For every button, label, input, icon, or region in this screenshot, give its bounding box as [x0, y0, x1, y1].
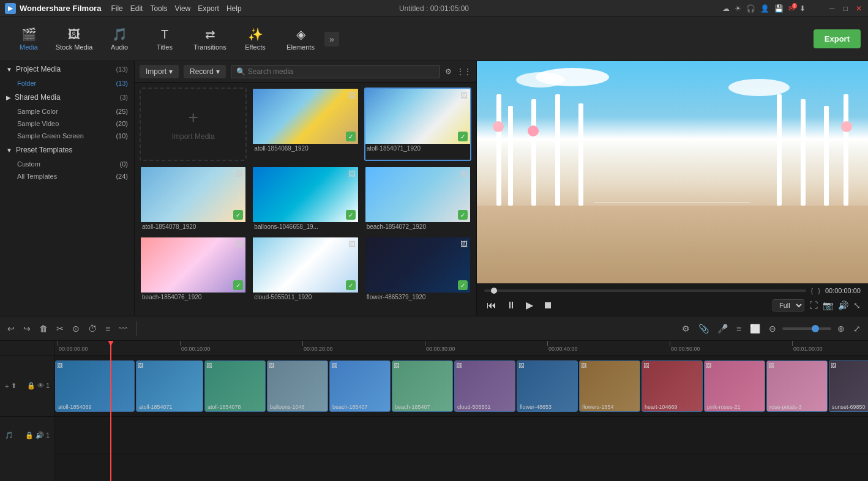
media-thumb-6[interactable]: 🖼 ✓ beach-1854076_1920	[140, 236, 247, 302]
export-button[interactable]: Export	[814, 29, 861, 48]
media-thumb-3[interactable]: 🖼 ✓ atoll-1854078_1920	[140, 166, 247, 231]
crop-timeline-button[interactable]: ⏱	[86, 321, 99, 336]
speed-button[interactable]: ⊙	[70, 321, 82, 336]
clip-pink-roses[interactable]: pink-roses-21 🖼	[704, 360, 765, 412]
toolbar-media[interactable]: 🎬 Media	[7, 20, 50, 58]
menu-view[interactable]: View	[174, 4, 190, 13]
timeline-right[interactable]: 00:00:00:00 00:00:10:00 00:00:20:00 00:0…	[55, 341, 868, 481]
menu-export[interactable]: Export	[198, 4, 219, 13]
zoom-out-button[interactable]: ⊖	[766, 321, 779, 336]
cut-button[interactable]: ✂	[54, 321, 66, 336]
toolbar-stock-media[interactable]: 🖼 Stock Media	[53, 20, 95, 58]
expand-button[interactable]: ⤢	[851, 321, 863, 336]
mic-button[interactable]: 🎤	[715, 321, 730, 336]
clip-icon-button[interactable]: 📎	[696, 321, 711, 336]
media-thumb-8[interactable]: 🖼 ✓ flower-4865379_1920	[364, 236, 471, 302]
sun-icon[interactable]: ☀	[735, 4, 741, 13]
waveform-button[interactable]: 〰	[116, 321, 130, 336]
filter-icon[interactable]: ⚙	[445, 67, 452, 76]
export-track-icon[interactable]: ⬆	[11, 382, 17, 390]
skip-back-button[interactable]: ⏮	[484, 299, 499, 312]
track-id-1: 1	[46, 382, 50, 389]
quality-select[interactable]: Full 1/2 1/4	[773, 299, 804, 311]
add-track-icon[interactable]: +	[5, 382, 9, 390]
sidebar-folder[interactable]: Folder (13)	[0, 77, 134, 89]
toolbar-effects[interactable]: ✨ Effects	[234, 20, 277, 58]
media-thumb-7[interactable]: 🖼 ✓ cloud-5055011_1920	[252, 236, 359, 302]
toolbar-elements[interactable]: ◈ Elements	[279, 20, 322, 58]
clip-flower[interactable]: flower-48653 🖼	[517, 360, 578, 412]
toolbar-transitions[interactable]: ⇄ Transitions	[189, 20, 231, 58]
media-thumb-2[interactable]: 🖼 ✓ atoll-1854071_1920	[364, 88, 471, 161]
maximize-button[interactable]: □	[841, 4, 850, 13]
progress-thumb[interactable]	[491, 288, 497, 294]
clip-sunset[interactable]: sunset-69850 🖼	[829, 360, 868, 412]
toolbar-audio[interactable]: 🎵 Audio	[98, 20, 141, 58]
audio-lock-icon[interactable]: 🔒	[25, 431, 34, 439]
clip-flowers[interactable]: flowers-1854 🖼	[579, 360, 640, 412]
clip-atoll-2[interactable]: atoll-1854071 🖼	[136, 360, 203, 412]
lock-icon-1[interactable]: 🔒	[27, 382, 36, 389]
stop-button[interactable]: ⏹	[541, 299, 555, 312]
menu-tools[interactable]: Tools	[150, 4, 167, 13]
clip-cloud[interactable]: cloud-505501 🖼	[454, 360, 515, 412]
menu-file[interactable]: File	[111, 4, 122, 13]
mail-icon[interactable]: ✉1	[788, 4, 795, 13]
sidebar-all-templates[interactable]: All Templates (24)	[0, 170, 134, 182]
clip-beach-2[interactable]: beach-185407 🖼	[392, 360, 453, 412]
search-input[interactable]	[248, 67, 435, 76]
clip-balloons[interactable]: balloons-1046 🖼	[267, 360, 328, 412]
person-icon[interactable]: 👤	[760, 4, 769, 13]
import-placeholder[interactable]: + Import Media	[140, 88, 247, 161]
eye-icon-1[interactable]: 👁	[37, 382, 44, 389]
record-dropdown-icon[interactable]: ▾	[216, 67, 220, 76]
sidebar-sample-green-screen[interactable]: Sample Green Screen (10)	[0, 130, 134, 142]
zoom-thumb[interactable]	[812, 325, 819, 332]
media-thumb-1[interactable]: 🖼 ✓ atoll-1854069_1920	[252, 88, 359, 161]
clip-beach-1[interactable]: beach-185407 🖼	[329, 360, 391, 412]
subtitle-button[interactable]: ≡	[734, 321, 744, 336]
clip-heart[interactable]: heart-104669 🖼	[642, 360, 703, 412]
clip-atoll-1[interactable]: atoll-1854069 🖼	[55, 360, 135, 412]
zoom-slider[interactable]	[782, 327, 831, 330]
minimize-button[interactable]: ─	[828, 4, 836, 13]
progress-track[interactable]	[484, 289, 806, 292]
play-button[interactable]: ▶	[523, 298, 536, 312]
sidebar-sample-color[interactable]: Sample Color (25)	[0, 105, 134, 117]
redo-button[interactable]: ↪	[21, 321, 33, 336]
toolbar-titles[interactable]: T Titles	[143, 20, 186, 58]
media-thumb-5[interactable]: 🖼 ✓ beach-1854072_1920	[364, 166, 471, 231]
sidebar-project-media[interactable]: ▼ Project Media (13)	[0, 61, 134, 77]
clip-rose-petals[interactable]: rose-petals-3 🖼	[766, 360, 828, 412]
media-thumb-4[interactable]: 🖼 ✓ balloons-1046658_19...	[252, 166, 359, 231]
zoom-in-button[interactable]: ⊕	[835, 321, 847, 336]
cloud-icon[interactable]: ☁	[722, 4, 730, 13]
caption-button[interactable]: ⬜	[747, 321, 763, 336]
menu-help[interactable]: Help	[226, 4, 242, 13]
volume-icon[interactable]: 🔊	[838, 300, 848, 310]
fullscreen-icon[interactable]: ⛶	[809, 300, 818, 310]
audio-volume-icon[interactable]: 🔊	[36, 431, 44, 439]
save-icon[interactable]: 💾	[774, 4, 784, 13]
record-button[interactable]: Record ▾	[184, 65, 226, 78]
play-pause-button[interactable]: ⏸	[504, 299, 518, 312]
delete-button[interactable]: 🗑	[37, 321, 50, 336]
sidebar-shared-media[interactable]: ▶ Shared Media (3)	[0, 89, 134, 105]
settings-button[interactable]: ⚙	[679, 321, 692, 336]
menu-edit[interactable]: Edit	[130, 4, 143, 13]
close-button[interactable]: ✕	[855, 4, 863, 13]
import-button[interactable]: Import ▾	[140, 65, 179, 78]
download-icon[interactable]: ⬇	[799, 4, 806, 13]
import-dropdown-icon[interactable]: ▾	[169, 67, 173, 76]
audio-button[interactable]: ≡	[103, 321, 113, 336]
headphone-icon[interactable]: 🎧	[746, 4, 755, 13]
sidebar-sample-video[interactable]: Sample Video (20)	[0, 117, 134, 130]
undo-button[interactable]: ↩	[5, 321, 17, 336]
grid-view-icon[interactable]: ⋮⋮	[457, 67, 471, 76]
crop-icon[interactable]: ⤡	[853, 300, 861, 310]
more-button[interactable]: »	[324, 32, 339, 47]
sidebar-preset-templates[interactable]: ▼ Preset Templates	[0, 142, 134, 158]
screenshot-icon[interactable]: 📷	[823, 300, 833, 310]
clip-atoll-3[interactable]: atoll-1854078 🖼	[204, 360, 266, 412]
sidebar-custom[interactable]: Custom (0)	[0, 158, 134, 170]
